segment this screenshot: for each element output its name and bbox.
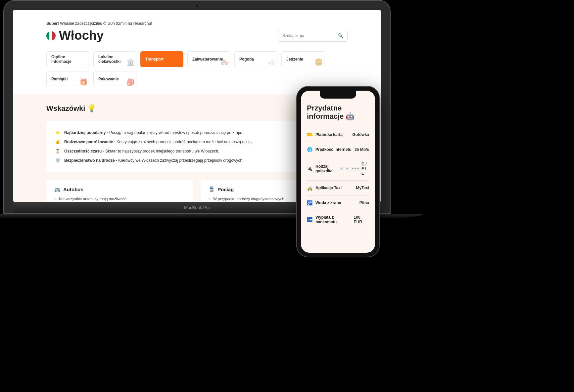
star-icon: ⭐	[55, 130, 60, 135]
tab-transport[interactable]: Transport	[140, 51, 183, 67]
info-row-atm: 🏧 Wypłata z bankomatu 100 EUR	[307, 210, 369, 229]
tip-bold: Budżetowe podróżowanie -	[64, 140, 117, 144]
tab-label: Jedzenie	[286, 57, 303, 62]
search-icon: 🔍	[338, 33, 343, 38]
tab-label: Transport	[145, 57, 164, 62]
tip-text: Bezpieczeństwo na drodze - Kierowcy we W…	[64, 158, 244, 163]
header-row: Włochy Szukaj kraju 🔍	[46, 28, 348, 43]
info-row-taxi: 🚕 Aplikacja Taxi MyTaxi	[307, 181, 369, 196]
info-left: 🚕 Aplikacja Taxi	[307, 185, 342, 191]
tip-body: Kierowcy we Włoszech zazwyczaj przestrze…	[118, 158, 243, 163]
tap-icon: 🚰	[307, 200, 312, 205]
tab-label: Pakowanie	[98, 77, 119, 81]
savings-time: 20h 02min na researchu!	[107, 21, 152, 26]
info-left: 🌐 Prędkość internetu	[307, 147, 352, 152]
info-row-payment: 💳 Płatność kartą Gotówka	[307, 127, 369, 142]
phone-section-title: Przydatne informacje 🤖	[307, 104, 369, 121]
tab-general-info[interactable]: Ogólne informacje	[46, 51, 89, 67]
info-value: Gotówka	[352, 132, 369, 137]
info-value: 35 Mb/s	[355, 147, 369, 152]
search-placeholder: Szukaj kraju	[282, 33, 304, 38]
info-label: Woda z kranu	[315, 200, 341, 205]
country-title: Włochy	[46, 28, 104, 43]
phone-screen: Przydatne informacje 🤖 💳 Płatność kartą …	[301, 91, 375, 253]
tab-deco-icon: 🏘️	[220, 58, 229, 66]
info-value: MyTaxi	[356, 186, 369, 190]
tab-label: Pogoda	[239, 57, 254, 62]
tab-food[interactable]: Jedzenie 🍔	[281, 51, 324, 67]
info-list: 💳 Płatność kartą Gotówka 🌐 Prędkość inte…	[307, 127, 369, 229]
info-row-socket: 🔌 Rodzaj gniazdka ⚬ ⚬ ⚬⚬⚬ C / F / L	[307, 157, 369, 181]
info-label: Wypłata z bankomatu	[315, 215, 354, 224]
phone-body: Przydatne informacje 🤖 💳 Płatność kartą …	[296, 86, 380, 257]
phone-notch	[320, 91, 356, 99]
savings-prefix: Super!	[46, 21, 59, 26]
tab-deco-icon: 🎁	[79, 78, 88, 86]
tab-deco-icon: ☁️	[267, 58, 276, 66]
card-icon: 💳	[307, 132, 312, 137]
info-left: 🔌 Rodzaj gniazdka	[307, 164, 339, 173]
list-item: Nie wszystkie autobusy mają możliwość	[54, 196, 185, 201]
tab-deco-icon: 🍔	[314, 58, 323, 66]
tip-text: Najbardziej popularny - Pociąg to najpop…	[64, 130, 242, 135]
train-icon: 🚆	[209, 186, 215, 192]
info-row-water: 🚰 Woda z kranu Pitna	[307, 196, 369, 210]
info-left: 🏧 Wypłata z bankomatu	[307, 215, 354, 224]
tab-label: Ogólne informacje	[51, 55, 84, 64]
laptop-label: MacBook Pro	[184, 205, 210, 210]
tab-accommodation[interactable]: Zakwaterowanie 🏘️	[187, 51, 230, 67]
tip-body: Pociąg to najpopularniejszy wśród turyst…	[109, 130, 242, 135]
tip-text: Oszczędność czasu - Skuter to najszybszy…	[64, 149, 219, 153]
search-input[interactable]: Szukaj kraju 🔍	[278, 30, 348, 42]
card-heading: 🚌 Autobus	[54, 186, 185, 192]
tab-label: Pamiątki	[51, 77, 68, 81]
laptop-camera	[196, 5, 198, 7]
tip-body: Korzystając z różnych promocji, podróż p…	[117, 140, 253, 144]
tab-packing[interactable]: Pakowanie 🎒	[93, 71, 136, 87]
info-label: Rodzaj gniazdka	[315, 164, 339, 173]
socket-types: C / F / L	[361, 162, 369, 176]
info-label: Aplikacja Taxi	[315, 186, 342, 190]
info-value: ⚬ ⚬ ⚬⚬⚬ C / F / L	[339, 162, 369, 176]
savings-text: Właśnie zaoszczędziłeś	[59, 21, 103, 26]
card-title: Pociąg	[217, 187, 234, 192]
category-tabs: Ogólne informacje Lokalne ciekawostki 🏛️…	[46, 51, 348, 87]
card-list: Nie wszystkie autobusy mają możliwość	[54, 196, 185, 201]
info-row-internet: 🌐 Prędkość internetu 35 Mb/s	[307, 142, 369, 157]
tip-bold: Oszczędność czasu -	[64, 149, 105, 153]
tab-deco-icon: 🎒	[126, 78, 135, 86]
info-label: Płatność kartą	[315, 132, 343, 137]
card-bus: 🚌 Autobus Nie wszystkie autobusy mają mo…	[46, 180, 193, 202]
shield-icon: 🛡️	[55, 158, 60, 163]
tip-text: Budżetowe podróżowanie - Korzystając z r…	[64, 140, 253, 144]
socket-chip: ⚬	[339, 167, 344, 171]
info-value: 100 EUR	[354, 215, 369, 224]
info-value: Pitna	[359, 200, 369, 205]
info-label: Prędkość internetu	[315, 147, 352, 152]
taxi-icon: 🚕	[307, 185, 312, 191]
tab-label: Zakwaterowanie	[192, 57, 223, 62]
phone-mockup: Przydatne informacje 🤖 💳 Płatność kartą …	[296, 86, 380, 257]
atm-icon: 🏧	[307, 217, 312, 222]
italy-flag-icon	[46, 31, 56, 40]
tip-bold: Bezpieczeństwo na drodze -	[64, 158, 118, 163]
card-title: Autobus	[63, 187, 83, 192]
tab-souvenirs[interactable]: Pamiątki 🎁	[46, 71, 89, 87]
clock-icon: ⏱	[103, 21, 107, 26]
tab-deco-icon: 🏛️	[126, 58, 135, 66]
tab-weather[interactable]: Pogoda ☁️	[234, 51, 277, 67]
country-name: Włochy	[59, 28, 104, 43]
plug-icon: 🔌	[307, 166, 312, 171]
tip-bold: Najbardziej popularny -	[64, 130, 109, 135]
bus-icon: 🚌	[54, 186, 61, 192]
info-left: 🚰 Woda z kranu	[307, 200, 341, 205]
socket-chip: ⚬⚬⚬	[351, 167, 360, 171]
savings-banner: Super! Właśnie zaoszczędziłeś ⏱ 20h 02mi…	[46, 21, 348, 26]
globe-icon: 🌐	[307, 147, 312, 152]
hourglass-icon: ⏳	[55, 149, 60, 153]
money-icon: 💰	[55, 140, 60, 144]
socket-chip: ⚬	[345, 167, 350, 171]
tip-body: Skuter to najszybszy środek miejskiego t…	[105, 149, 219, 153]
info-left: 💳 Płatność kartą	[307, 132, 343, 137]
tab-local-trivia[interactable]: Lokalne ciekawostki 🏛️	[93, 51, 136, 67]
